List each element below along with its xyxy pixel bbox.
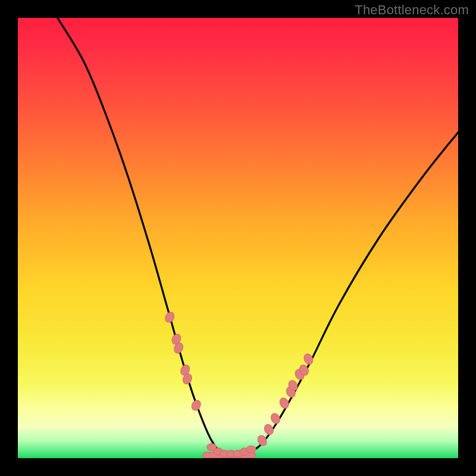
gradient-background — [18, 18, 458, 458]
watermark-text: TheBottleneck.com — [355, 2, 469, 18]
outer-frame: TheBottleneck.com — [0, 0, 476, 476]
data-marker — [246, 446, 256, 453]
plot-svg — [18, 18, 458, 458]
